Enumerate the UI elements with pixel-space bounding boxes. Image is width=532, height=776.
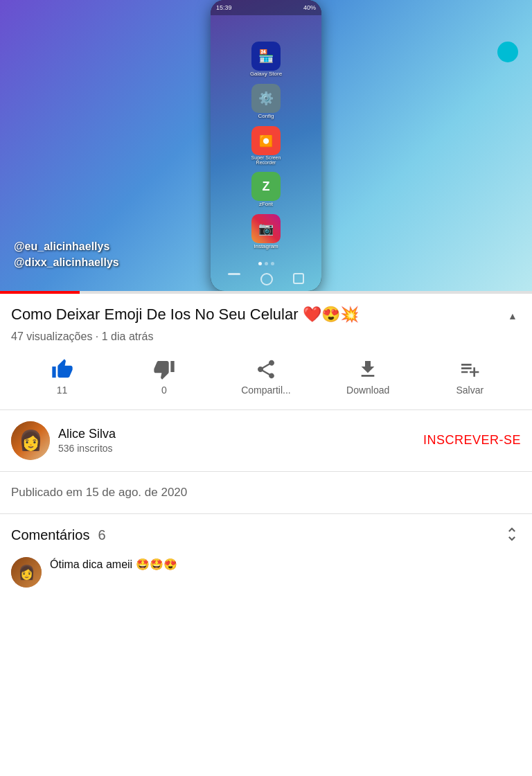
download-label: Download — [346, 385, 389, 396]
share-icon — [255, 358, 277, 380]
sort-comments-button[interactable] — [503, 525, 521, 546]
published-date: Publicado em 15 de ago. de 2020 — [11, 486, 521, 500]
share-label: Compartil... — [241, 385, 291, 396]
sort-icon — [503, 525, 521, 543]
subscribe-button[interactable]: INSCREVER-SE — [423, 433, 521, 448]
collapse-icon[interactable]: ▲ — [504, 308, 521, 324]
video-thumbnail[interactable]: 15:39 40% 🏪 Galaxy Store ⚙️ Config ⏺️ Su… — [0, 0, 532, 291]
video-title-text: Como Deixar Emoji De Ios No Seu Celular … — [11, 305, 499, 325]
comments-title-area: Comentários 6 — [11, 527, 106, 543]
video-info-section: Como Deixar Emoji De Ios No Seu Celular … — [0, 294, 532, 410]
action-buttons-row: 11 0 Compartil... Download — [11, 353, 521, 401]
save-icon — [459, 358, 481, 380]
video-progress-bar[interactable] — [0, 291, 532, 294]
like-button[interactable]: 11 — [35, 358, 90, 396]
video-title-row: Como Deixar Emoji De Ios No Seu Celular … — [11, 305, 521, 325]
save-button[interactable]: Salvar — [442, 358, 497, 396]
comments-header: Comentários 6 — [11, 525, 521, 546]
phone-mockup: 15:39 40% 🏪 Galaxy Store ⚙️ Config ⏺️ Su… — [211, 0, 321, 291]
share-button[interactable]: Compartil... — [238, 358, 294, 396]
dislike-icon — [153, 358, 175, 380]
watermark: @eu_alicinhaellys @dixx_alicinhaellys — [14, 239, 119, 270]
comments-count: 6 — [98, 527, 105, 543]
download-button[interactable]: Download — [340, 358, 396, 396]
published-section: Publicado em 15 de ago. de 2020 — [0, 472, 532, 514]
channel-name[interactable]: Alice Silva — [58, 427, 423, 441]
comments-section: Comentários 6 👩 Ótima dica ameii 🤩🤩😍 — [0, 514, 532, 599]
download-icon — [357, 358, 379, 380]
progress-fill — [0, 291, 80, 294]
save-label: Salvar — [456, 385, 484, 396]
channel-info: Alice Silva 536 inscritos — [58, 427, 423, 454]
comment-text: Ótima dica ameii 🤩🤩😍 — [50, 557, 521, 572]
video-stats: 47 visualizações · 1 dia atrás — [11, 330, 521, 343]
decoration-dot — [497, 42, 518, 62]
comments-title: Comentários — [11, 527, 89, 543]
like-count: 11 — [57, 385, 68, 396]
comment-item: 👩 Ótima dica ameii 🤩🤩😍 — [11, 557, 521, 588]
like-icon — [51, 358, 73, 380]
dislike-count: 0 — [161, 385, 167, 396]
dislike-button[interactable]: 0 — [136, 358, 192, 396]
channel-subscribers: 536 inscritos — [58, 443, 423, 454]
channel-avatar[interactable]: 👩 — [11, 421, 50, 460]
comment-avatar[interactable]: 👩 — [11, 557, 42, 588]
channel-section: 👩 Alice Silva 536 inscritos INSCREVER-SE — [0, 410, 532, 472]
